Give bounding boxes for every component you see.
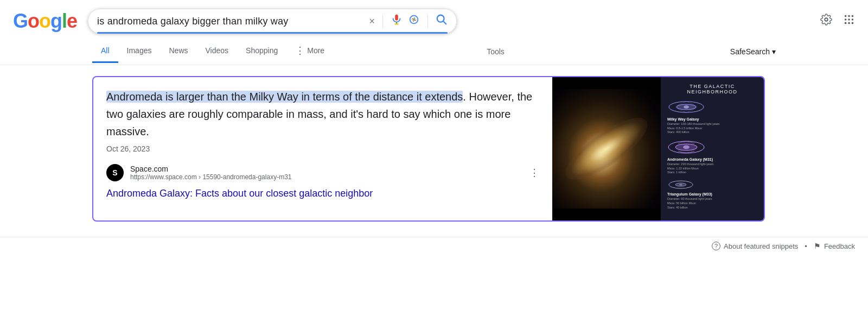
divider2 bbox=[427, 15, 428, 28]
lens-icon[interactable] bbox=[408, 14, 420, 29]
andromeda-galaxy-art bbox=[552, 89, 661, 209]
svg-point-13 bbox=[848, 22, 850, 24]
header-right bbox=[820, 14, 855, 29]
mic-icon[interactable] bbox=[391, 14, 403, 29]
source-info: Space.com https://www.space.com › 15590-… bbox=[130, 165, 523, 181]
nav-bar: All Images News Videos Shopping ⋮ More T… bbox=[0, 38, 868, 65]
svg-point-14 bbox=[852, 22, 854, 24]
andromeda-shape bbox=[667, 139, 705, 155]
more-dots-icon: ⋮ bbox=[295, 45, 305, 56]
about-snippets-link[interactable]: ? About featured snippets bbox=[712, 242, 798, 250]
dot-separator: • bbox=[805, 242, 807, 250]
tab-videos[interactable]: Videos bbox=[197, 40, 238, 63]
andromeda-name: Andromeda Galaxy (M31) bbox=[667, 157, 757, 161]
svg-point-10 bbox=[848, 18, 850, 21]
snippet-text-area: Andromeda is larger than the Milky Way i… bbox=[93, 77, 552, 220]
footer-snippet-info: ? About featured snippets • ⚑ Feedback bbox=[0, 237, 868, 255]
svg-point-17 bbox=[684, 105, 689, 109]
settings-icon[interactable] bbox=[820, 14, 832, 29]
search-query-text: is andromeda galaxy bigger than milky wa… bbox=[97, 16, 363, 27]
triangulum-details: Diameter: 60 thousand light-yearsMass: 5… bbox=[667, 197, 757, 210]
svg-rect-0 bbox=[395, 15, 398, 21]
tools-tab[interactable]: Tools bbox=[478, 41, 513, 62]
logo-letter-o1: o bbox=[28, 10, 39, 32]
source-url: https://www.space.com › 15590-andromeda-… bbox=[130, 173, 523, 181]
question-circle-icon: ? bbox=[712, 242, 720, 250]
source-name: Space.com bbox=[130, 165, 523, 173]
logo-letter-g2: g bbox=[50, 10, 62, 32]
logo-letter-l: l bbox=[62, 10, 67, 32]
snippet-highlighted-text: Andromeda is larger than the Milky Way i… bbox=[106, 91, 463, 103]
divider bbox=[382, 15, 383, 28]
milky-way-shape bbox=[667, 99, 705, 115]
triangulum-shape bbox=[667, 179, 694, 190]
snippet-source: S Space.com https://www.space.com › 1559… bbox=[106, 164, 539, 181]
svg-point-23 bbox=[679, 184, 682, 186]
source-favicon: S bbox=[106, 164, 124, 181]
triangulum-name: Triangulum Galaxy (M33) bbox=[667, 192, 757, 196]
apps-icon[interactable] bbox=[843, 14, 855, 29]
snippet-images: THE GALACTIC NEIGHBORHOOD Milky Way Gala… bbox=[552, 77, 764, 220]
tab-images[interactable]: Images bbox=[118, 40, 161, 63]
source-menu-icon[interactable]: ⋮ bbox=[529, 167, 539, 179]
svg-point-7 bbox=[848, 15, 850, 17]
galactic-neighborhood-panel: THE GALACTIC NEIGHBORHOOD Milky Way Gala… bbox=[661, 77, 764, 220]
svg-point-8 bbox=[852, 15, 854, 17]
google-logo: Google bbox=[13, 10, 77, 33]
snippet-link[interactable]: Andromeda Galaxy: Facts about our closes… bbox=[106, 188, 539, 199]
svg-point-9 bbox=[845, 18, 847, 21]
svg-line-5 bbox=[443, 21, 446, 24]
safe-search-button[interactable]: SafeSearch ▾ bbox=[730, 47, 776, 56]
svg-point-11 bbox=[852, 18, 854, 21]
svg-point-6 bbox=[845, 15, 847, 17]
panel-title: THE GALACTIC NEIGHBORHOOD bbox=[667, 84, 757, 94]
andromeda-entry: Andromeda Galaxy (M31) Diameter: 220 tho… bbox=[667, 139, 757, 175]
header: Google is andromeda galaxy bigger than m… bbox=[0, 0, 868, 38]
search-submit-icon[interactable] bbox=[436, 14, 448, 29]
snippet-body-text: Andromeda is larger than the Milky Way i… bbox=[106, 88, 539, 140]
tab-shopping[interactable]: Shopping bbox=[237, 40, 286, 63]
andromeda-image bbox=[552, 77, 661, 220]
clear-icon[interactable]: × bbox=[369, 16, 375, 27]
logo-letter-g: G bbox=[13, 10, 28, 32]
search-bar-wrapper: is andromeda galaxy bigger than milky wa… bbox=[88, 9, 457, 34]
feedback-link[interactable]: ⚑ Feedback bbox=[814, 242, 855, 250]
snippet-date: Oct 26, 2023 bbox=[106, 144, 539, 153]
andromeda-details: Diameter: 220 thousand light-yearsMass: … bbox=[667, 162, 757, 175]
featured-snippet: Andromeda is larger than the Milky Way i… bbox=[92, 76, 765, 222]
tab-news[interactable]: News bbox=[160, 40, 196, 63]
milky-way-details: Diameter: 100-180 thousand light-yearsMa… bbox=[667, 122, 757, 135]
logo-letter-o2: o bbox=[39, 10, 50, 32]
search-bar: is andromeda galaxy bigger than milky wa… bbox=[88, 9, 457, 34]
tab-all[interactable]: All bbox=[92, 40, 118, 63]
milky-way-entry: Milky Way Galaxy Diameter: 100-180 thous… bbox=[667, 99, 757, 135]
feedback-icon: ⚑ bbox=[814, 242, 821, 250]
chevron-down-icon: ▾ bbox=[772, 47, 776, 56]
main-content: Andromeda is larger than the Milky Way i… bbox=[0, 65, 868, 232]
tab-more[interactable]: ⋮ More bbox=[286, 38, 333, 65]
svg-point-20 bbox=[683, 146, 690, 149]
triangulum-entry: Triangulum Galaxy (M33) Diameter: 60 tho… bbox=[667, 179, 757, 210]
milky-way-name: Milky Way Galaxy bbox=[667, 117, 757, 121]
logo-letter-e: e bbox=[67, 10, 77, 32]
svg-point-12 bbox=[845, 22, 847, 24]
